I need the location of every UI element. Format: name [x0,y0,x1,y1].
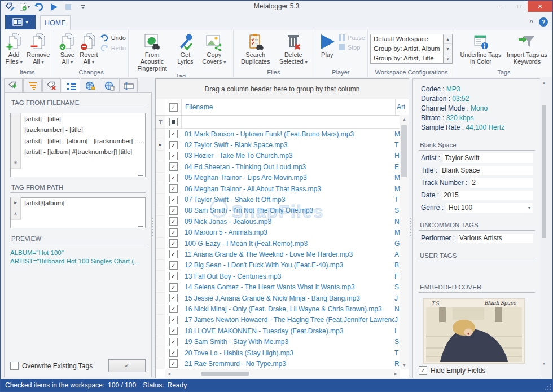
table-row[interactable]: ✓13 Fall Out Boy - Centuries.mp3F [156,271,409,281]
tab-remove-tag[interactable] [42,78,61,93]
table-row[interactable]: ✓19 Sam Smith - Stay With Me.mp3S [156,336,409,347]
workspace-option[interactable]: Group by: Artist, Title [371,54,443,63]
grid-resize-grip[interactable] [138,175,143,176]
redo-button[interactable]: Redo [100,44,126,52]
scroll-down-arrow[interactable]: ▼ [400,361,409,369]
row-checkbox[interactable]: ✓ [165,217,181,226]
row-checkbox[interactable]: ✓ [165,228,181,237]
title-field[interactable] [440,166,533,175]
select-all-checkbox[interactable]: ✓ [165,99,182,115]
row-checkbox[interactable]: ✓ [165,261,181,270]
list-vertical-scrollbar[interactable]: ▲ ▼ [400,115,409,369]
workspace-option[interactable]: Default Workspace [371,34,443,44]
performer-field[interactable] [458,234,533,243]
pattern-row-new[interactable]: ✳ [11,157,145,169]
filter-checkbox[interactable] [165,116,182,128]
row-checkbox[interactable]: ✓ [165,305,181,313]
tab-rename[interactable] [119,78,138,93]
app-menu-button[interactable]: ▾ [5,15,36,29]
scroll-left-arrow[interactable]: ◄ [165,372,174,376]
row-checkbox[interactable]: ✓ [165,184,181,193]
add-files-button[interactable]: Add Files ▾ [3,32,25,67]
delete-selected-button[interactable]: Delete Selected ▾ [275,32,311,67]
scroll-down-arrow[interactable]: ▼ [540,362,548,369]
pattern-row-new[interactable]: ✳ [11,209,145,220]
search-duplicates-button[interactable]: Search Duplicates [236,32,275,66]
row-checkbox[interactable]: ✓ [165,141,181,149]
row-checkbox[interactable]: ✓ [165,338,181,346]
row-checkbox[interactable]: ✓ [165,316,181,324]
tab-auto-tag[interactable] [23,78,42,93]
undo-button[interactable]: Undo [100,34,126,42]
table-row[interactable]: ✓03 Hozier - Take Me To Church.mp3H [156,151,409,161]
gallery-more-button[interactable]: ▾ [444,54,452,63]
scroll-up-arrow[interactable]: ▲ [400,115,409,123]
column-header-artist[interactable]: Artist [396,99,405,115]
row-checkbox[interactable]: ✓ [165,206,181,215]
right-splitter[interactable] [409,218,412,237]
underline-tags-button[interactable]: Underline Tags in Color [458,32,504,66]
row-checkbox[interactable]: ✓ [165,283,181,292]
help-button[interactable]: ? [539,17,548,27]
tab-home[interactable]: HOME [40,15,71,30]
table-row[interactable]: ✓04 Ed Sheeran - Thinking Out Loud.mp3E [156,161,409,172]
pattern-row[interactable]: |artist| - [|album| #|tracknumber|] |tit… [11,147,145,158]
gallery-down-button[interactable]: ▼ [444,44,452,54]
row-checkbox[interactable]: ✓ [165,250,181,258]
revert-all-button[interactable]: Revert All ▾ [78,32,99,67]
track-number-field[interactable] [470,178,533,188]
table-row[interactable]: ✓17 James Newton Howaerd - The Haging Tr… [156,315,409,325]
pattern-row[interactable]: |artist| - |title| - |album| - |tracknum… [11,135,145,147]
checkbox-unchecked[interactable] [10,362,19,370]
pattern-row[interactable]: ►|artist|\|album| [11,198,145,209]
table-row[interactable]: ✓21 Rae Sremmurd - No Type.mp3R [156,358,409,369]
row-checkbox[interactable]: ✓ [165,327,181,335]
tab-web-tags-2[interactable] [100,78,118,93]
table-row[interactable]: ✓20 Tove Lo - Habits (Stay High).mp3T [156,347,409,358]
tab-web-tags-1[interactable] [81,78,99,93]
row-checkbox[interactable]: ✓ [165,359,181,368]
group-by-hint[interactable]: Drag a column header here to group by th… [156,79,409,99]
tab-tag-from-structure[interactable] [62,78,80,94]
overwrite-tags-checkbox[interactable]: Overwrite Existing Tags [10,362,93,370]
list-horizontal-scrollbar[interactable]: ◄ ► [165,369,400,378]
row-checkbox[interactable]: ✓ [165,294,181,302]
row-checkbox[interactable]: ✓ [165,272,181,280]
resize-grip[interactable] [545,384,551,390]
table-row[interactable]: ✓18 I LOVE MAKONNEN - Tuesday (Feat.Drak… [156,325,409,336]
hide-empty-fields-checkbox[interactable]: ✓ Hide Empty Fields [419,366,485,375]
table-row[interactable]: ✓10 Maroon 5 - Animals.mp3M [156,227,409,238]
table-row[interactable]: ✓01 Mark Ronson - Uptown Funk! (Feat.Bru… [156,129,409,139]
grid-resize-grip[interactable] [138,226,143,227]
pattern-row[interactable]: |tracknumber| - |title| [11,125,145,136]
genre-combobox[interactable]: Hot 100▾ [446,203,533,213]
pause-button[interactable]: Pause [338,34,365,41]
row-checkbox[interactable]: ✓ [165,349,181,357]
get-lyrics-button[interactable]: Get Lyrics [173,32,198,66]
minimize-button[interactable]: – [494,1,511,12]
row-checkbox[interactable]: ✓ [165,196,181,204]
remove-all-button[interactable]: Remove All ▾ [25,32,51,67]
scroll-thumb[interactable] [401,125,407,177]
table-row[interactable]: ✓05 Meghan Trainor - Lips Are Movin.mp3M [156,173,409,183]
artist-field[interactable] [443,153,533,163]
copy-covers-button[interactable]: Copy Covers ▾ [198,32,231,67]
apply-button[interactable]: ✓ [108,359,146,372]
row-checkbox[interactable]: ✓ [165,162,181,171]
workspace-option[interactable]: Group by: Artist, Album [371,44,443,54]
scroll-up-arrow[interactable]: ▲ [540,81,548,89]
table-row[interactable]: ✓16 Nicki Minaj - Only (Feat. Drake, Lil… [156,303,409,314]
stop-button[interactable]: Stop [338,43,365,51]
tab-add-tag[interactable] [4,78,23,93]
table-row[interactable]: ✓100 G-Eazy - I Mean It (Feat.Remo).mp3G [156,238,409,249]
gallery-up-button[interactable]: ▲ [444,34,452,44]
collapse-ribbon-button[interactable]: ^ [530,19,533,25]
row-checkbox[interactable]: ✓ [165,174,181,182]
checkbox-checked[interactable]: ✓ [419,366,427,375]
close-button[interactable]: ✕ [528,1,552,12]
scroll-thumb[interactable] [201,372,249,376]
left-splitter[interactable] [151,218,154,237]
maximize-button[interactable]: □ [511,1,528,12]
play-button[interactable]: Play [317,32,338,59]
row-checkbox[interactable]: ✓ [165,152,181,160]
